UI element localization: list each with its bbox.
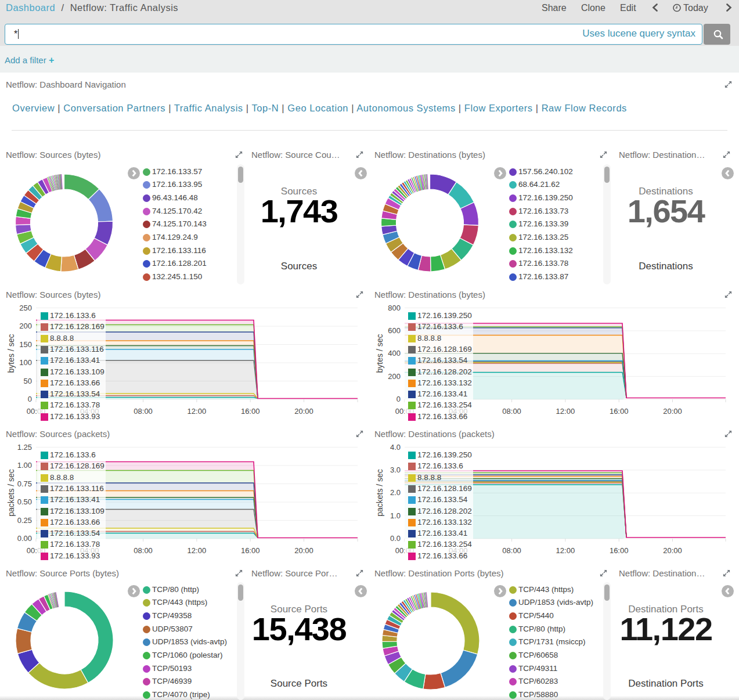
svg-text:packets / sec: packets / sec (6, 469, 16, 517)
svg-text:bytes / sec: bytes / sec (375, 334, 384, 373)
svg-text:bytes / sec: bytes / sec (6, 334, 16, 373)
